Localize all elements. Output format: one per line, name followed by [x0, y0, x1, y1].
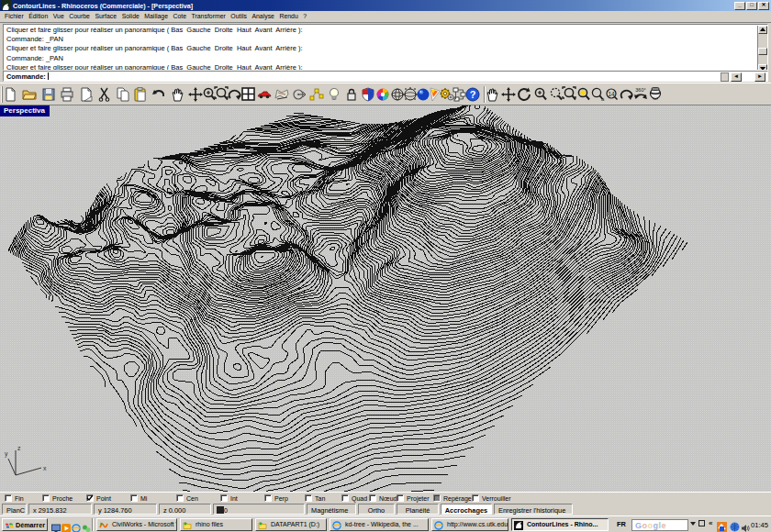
- svg-text:14: 14: [608, 91, 615, 97]
- svg-text:?: ?: [470, 89, 476, 100]
- svg-text:360°: 360°: [635, 87, 645, 93]
